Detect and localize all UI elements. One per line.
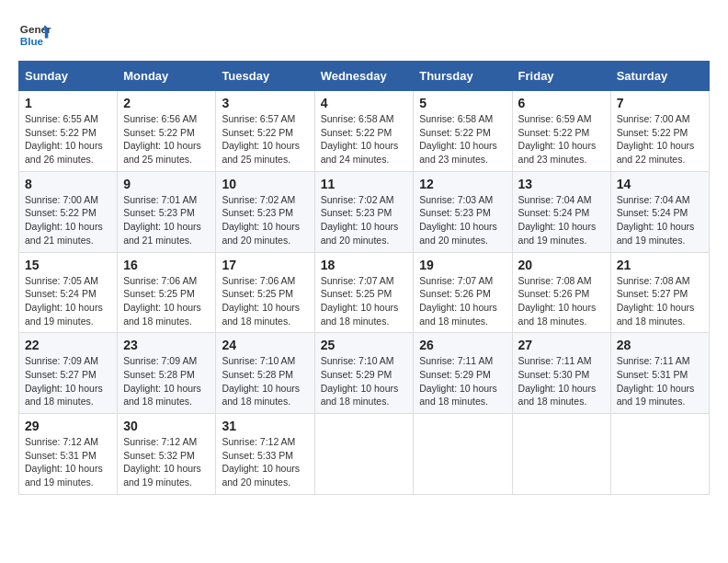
calendar-week-5: 29 Sunrise: 7:12 AMSunset: 5:31 PMDaylig…	[19, 414, 710, 495]
day-number: 20	[518, 258, 605, 272]
calendar-week-2: 8 Sunrise: 7:00 AMSunset: 5:22 PMDayligh…	[19, 171, 710, 252]
day-number: 28	[617, 338, 703, 352]
day-detail: Sunrise: 7:11 AMSunset: 5:31 PMDaylight:…	[617, 354, 703, 408]
day-detail: Sunrise: 7:06 AMSunset: 5:25 PMDaylight:…	[123, 274, 210, 328]
calendar-cell	[512, 414, 610, 495]
calendar-cell: 26 Sunrise: 7:11 AMSunset: 5:29 PMDaylig…	[414, 333, 512, 414]
calendar-cell: 5 Sunrise: 6:58 AMSunset: 5:22 PMDayligh…	[414, 91, 512, 172]
day-number: 26	[419, 338, 506, 352]
page-header: General Blue	[18, 18, 710, 52]
calendar-cell: 21 Sunrise: 7:08 AMSunset: 5:27 PMDaylig…	[610, 252, 709, 333]
day-detail: Sunrise: 7:12 AMSunset: 5:31 PMDaylight:…	[25, 435, 111, 489]
svg-text:Blue: Blue	[20, 35, 44, 47]
day-number: 24	[222, 338, 308, 352]
calendar-cell: 1 Sunrise: 6:55 AMSunset: 5:22 PMDayligh…	[19, 91, 118, 172]
day-detail: Sunrise: 6:57 AMSunset: 5:22 PMDaylight:…	[222, 112, 308, 167]
calendar-cell: 27 Sunrise: 7:11 AMSunset: 5:30 PMDaylig…	[512, 333, 610, 414]
calendar-cell: 6 Sunrise: 6:59 AMSunset: 5:22 PMDayligh…	[512, 91, 610, 172]
day-detail: Sunrise: 7:12 AMSunset: 5:33 PMDaylight:…	[222, 435, 308, 489]
day-detail: Sunrise: 6:58 AMSunset: 5:22 PMDaylight:…	[419, 112, 506, 167]
day-detail: Sunrise: 7:00 AMSunset: 5:22 PMDaylight:…	[617, 112, 703, 167]
day-number: 16	[123, 258, 210, 272]
calendar-cell: 19 Sunrise: 7:07 AMSunset: 5:26 PMDaylig…	[414, 252, 512, 333]
calendar-cell: 13 Sunrise: 7:04 AMSunset: 5:24 PMDaylig…	[512, 171, 610, 252]
calendar-week-1: 1 Sunrise: 6:55 AMSunset: 5:22 PMDayligh…	[19, 91, 710, 172]
day-detail: Sunrise: 7:10 AMSunset: 5:28 PMDaylight:…	[222, 354, 308, 408]
day-number: 15	[25, 258, 111, 272]
day-detail: Sunrise: 7:04 AMSunset: 5:24 PMDaylight:…	[518, 193, 605, 247]
calendar-cell: 17 Sunrise: 7:06 AMSunset: 5:25 PMDaylig…	[216, 252, 314, 333]
header-thursday: Thursday	[414, 62, 512, 91]
day-number: 7	[617, 96, 703, 110]
calendar-header-row: SundayMondayTuesdayWednesdayThursdayFrid…	[19, 62, 710, 91]
header-wednesday: Wednesday	[314, 62, 414, 91]
day-number: 3	[222, 96, 308, 110]
calendar-table: SundayMondayTuesdayWednesdayThursdayFrid…	[18, 61, 710, 495]
calendar-cell: 8 Sunrise: 7:00 AMSunset: 5:22 PMDayligh…	[19, 171, 118, 252]
calendar-cell: 2 Sunrise: 6:56 AMSunset: 5:22 PMDayligh…	[118, 91, 216, 172]
calendar-cell: 29 Sunrise: 7:12 AMSunset: 5:31 PMDaylig…	[19, 414, 118, 495]
header-tuesday: Tuesday	[216, 62, 314, 91]
day-detail: Sunrise: 7:01 AMSunset: 5:23 PMDaylight:…	[123, 193, 210, 247]
day-number: 14	[617, 177, 703, 191]
calendar-cell: 16 Sunrise: 7:06 AMSunset: 5:25 PMDaylig…	[118, 252, 216, 333]
calendar-cell	[414, 414, 512, 495]
calendar-cell: 18 Sunrise: 7:07 AMSunset: 5:25 PMDaylig…	[314, 252, 414, 333]
logo-icon: General Blue	[18, 18, 51, 52]
day-detail: Sunrise: 7:02 AMSunset: 5:23 PMDaylight:…	[321, 193, 408, 247]
calendar-cell: 9 Sunrise: 7:01 AMSunset: 5:23 PMDayligh…	[118, 171, 216, 252]
day-number: 5	[419, 96, 506, 110]
day-detail: Sunrise: 7:08 AMSunset: 5:27 PMDaylight:…	[617, 274, 703, 328]
calendar-cell: 7 Sunrise: 7:00 AMSunset: 5:22 PMDayligh…	[610, 91, 709, 172]
header-saturday: Saturday	[610, 62, 709, 91]
day-detail: Sunrise: 7:07 AMSunset: 5:26 PMDaylight:…	[419, 274, 506, 328]
day-detail: Sunrise: 7:10 AMSunset: 5:29 PMDaylight:…	[321, 354, 408, 408]
header-friday: Friday	[512, 62, 610, 91]
day-detail: Sunrise: 7:04 AMSunset: 5:24 PMDaylight:…	[617, 193, 703, 247]
day-number: 9	[123, 177, 210, 191]
calendar-cell: 15 Sunrise: 7:05 AMSunset: 5:24 PMDaylig…	[19, 252, 118, 333]
day-number: 19	[419, 258, 506, 272]
calendar-cell: 23 Sunrise: 7:09 AMSunset: 5:28 PMDaylig…	[118, 333, 216, 414]
day-number: 2	[123, 96, 210, 110]
calendar-cell: 12 Sunrise: 7:03 AMSunset: 5:23 PMDaylig…	[414, 171, 512, 252]
calendar-week-3: 15 Sunrise: 7:05 AMSunset: 5:24 PMDaylig…	[19, 252, 710, 333]
calendar-cell: 14 Sunrise: 7:04 AMSunset: 5:24 PMDaylig…	[610, 171, 709, 252]
day-detail: Sunrise: 7:06 AMSunset: 5:25 PMDaylight:…	[222, 274, 308, 328]
calendar-cell	[314, 414, 414, 495]
day-detail: Sunrise: 7:09 AMSunset: 5:28 PMDaylight:…	[123, 354, 210, 408]
header-monday: Monday	[118, 62, 216, 91]
header-sunday: Sunday	[19, 62, 118, 91]
day-number: 29	[25, 419, 111, 433]
day-number: 18	[321, 258, 408, 272]
day-detail: Sunrise: 6:55 AMSunset: 5:22 PMDaylight:…	[25, 112, 111, 167]
day-number: 23	[123, 338, 210, 352]
calendar-cell: 20 Sunrise: 7:08 AMSunset: 5:26 PMDaylig…	[512, 252, 610, 333]
calendar-cell: 10 Sunrise: 7:02 AMSunset: 5:23 PMDaylig…	[216, 171, 314, 252]
calendar-cell: 30 Sunrise: 7:12 AMSunset: 5:32 PMDaylig…	[118, 414, 216, 495]
calendar-cell	[610, 414, 709, 495]
day-detail: Sunrise: 7:11 AMSunset: 5:30 PMDaylight:…	[518, 354, 605, 408]
day-number: 13	[518, 177, 605, 191]
day-number: 8	[25, 177, 111, 191]
day-number: 30	[123, 419, 210, 433]
calendar-cell: 28 Sunrise: 7:11 AMSunset: 5:31 PMDaylig…	[610, 333, 709, 414]
logo: General Blue	[18, 18, 51, 52]
calendar-cell: 4 Sunrise: 6:58 AMSunset: 5:22 PMDayligh…	[314, 91, 414, 172]
calendar-week-4: 22 Sunrise: 7:09 AMSunset: 5:27 PMDaylig…	[19, 333, 710, 414]
day-number: 11	[321, 177, 408, 191]
day-number: 12	[419, 177, 506, 191]
day-detail: Sunrise: 7:05 AMSunset: 5:24 PMDaylight:…	[25, 274, 111, 328]
calendar-cell: 22 Sunrise: 7:09 AMSunset: 5:27 PMDaylig…	[19, 333, 118, 414]
day-detail: Sunrise: 6:56 AMSunset: 5:22 PMDaylight:…	[123, 112, 210, 167]
day-number: 21	[617, 258, 703, 272]
day-detail: Sunrise: 7:02 AMSunset: 5:23 PMDaylight:…	[222, 193, 308, 247]
calendar-cell: 24 Sunrise: 7:10 AMSunset: 5:28 PMDaylig…	[216, 333, 314, 414]
calendar-cell: 25 Sunrise: 7:10 AMSunset: 5:29 PMDaylig…	[314, 333, 414, 414]
day-detail: Sunrise: 7:00 AMSunset: 5:22 PMDaylight:…	[25, 193, 111, 247]
day-number: 6	[518, 96, 605, 110]
day-number: 17	[222, 258, 308, 272]
day-number: 31	[222, 419, 308, 433]
day-detail: Sunrise: 7:08 AMSunset: 5:26 PMDaylight:…	[518, 274, 605, 328]
day-number: 4	[321, 96, 408, 110]
